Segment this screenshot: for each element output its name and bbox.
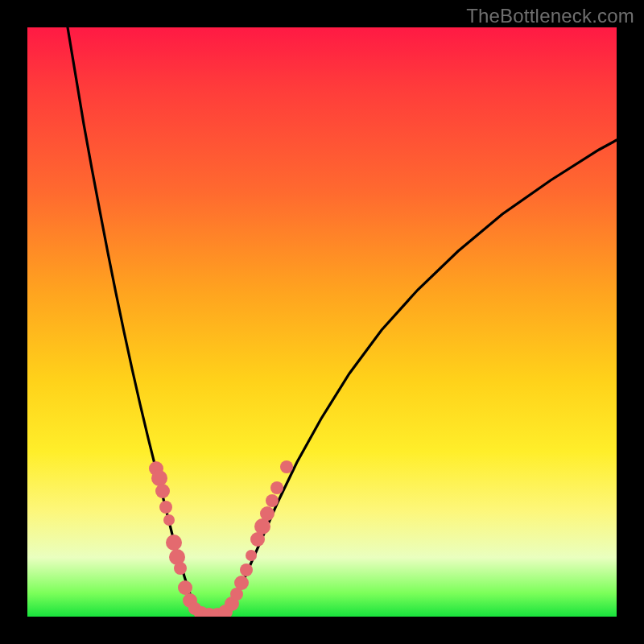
highlight-dot bbox=[240, 564, 253, 576]
chart-frame: TheBottleneck.com bbox=[0, 0, 644, 644]
highlight-dot bbox=[280, 460, 293, 473]
highlight-dot bbox=[159, 501, 172, 514]
highlight-dot bbox=[254, 518, 270, 535]
watermark-text: TheBottleneck.com bbox=[466, 5, 634, 27]
highlight-dot bbox=[178, 580, 192, 595]
bottleneck-curve bbox=[68, 27, 617, 617]
highlight-dot bbox=[174, 562, 187, 575]
highlight-dot bbox=[151, 470, 167, 486]
highlight-dots-group bbox=[149, 460, 293, 617]
highlight-dot bbox=[246, 550, 257, 561]
plot-area bbox=[27, 27, 617, 617]
curve-svg bbox=[27, 27, 617, 617]
highlight-dot bbox=[234, 576, 249, 590]
highlight-dot bbox=[163, 514, 175, 526]
highlight-dot bbox=[166, 535, 182, 551]
highlight-dot bbox=[270, 481, 283, 494]
highlight-dot bbox=[266, 494, 279, 507]
highlight-dot bbox=[260, 506, 275, 521]
highlight-dot bbox=[155, 484, 170, 498]
